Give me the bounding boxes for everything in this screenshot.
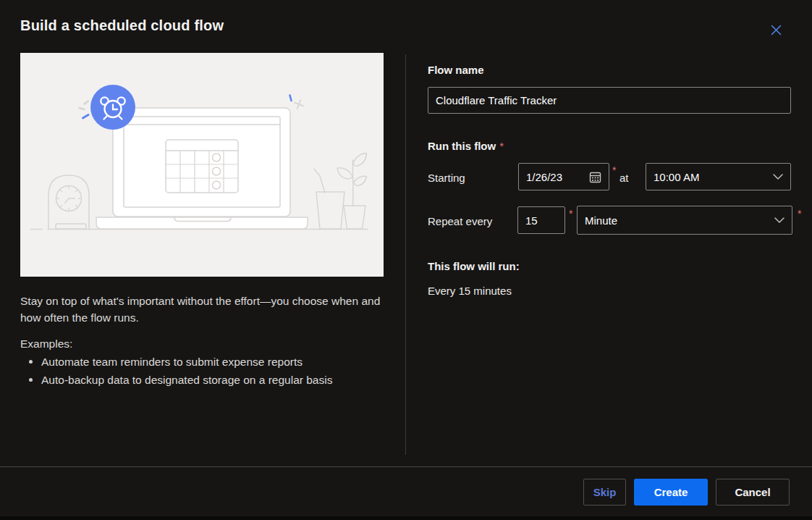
chevron-down-icon (774, 217, 784, 223)
start-time-value: 10:00 AM (646, 171, 770, 183)
bullet-icon (29, 378, 33, 382)
repeat-frequency-dropdown[interactable]: Minute (577, 206, 792, 235)
examples-label: Examples: (20, 335, 389, 353)
starting-label: Starting (428, 172, 465, 184)
vertical-divider (405, 54, 406, 455)
close-icon (771, 25, 782, 35)
at-label: at (619, 172, 629, 184)
start-date-picker[interactable]: 1/26/23 (518, 163, 609, 190)
flow-name-label: Flow name (428, 64, 484, 76)
run-this-flow-text: Run this flow (428, 140, 496, 152)
start-time-dropdown[interactable]: 10:00 AM (646, 163, 791, 190)
repeat-every-label: Repeat every (428, 215, 492, 227)
required-asterisk: * (798, 208, 801, 219)
example-item: Auto-backup data to designated storage o… (20, 371, 389, 389)
dialog-title: Build a scheduled cloud flow (20, 17, 224, 34)
plant-art (314, 154, 367, 230)
required-asterisk: * (569, 208, 572, 219)
flow-description: Stay on top of what's important without … (20, 293, 389, 326)
flow-summary-label: This flow will run: (428, 260, 520, 272)
calendar-icon[interactable] (589, 171, 601, 183)
flow-summary-value: Every 15 minutes (428, 285, 512, 297)
run-this-flow-label: Run this flow* (428, 140, 504, 152)
example-text: Auto-backup data to designated storage o… (41, 371, 332, 389)
examples-block: Examples: Automate team reminders to sub… (20, 335, 389, 389)
example-text: Automate team reminders to submit expens… (41, 353, 303, 371)
repeat-frequency-value: Minute (578, 214, 771, 227)
skip-button[interactable]: Skip (583, 479, 626, 506)
example-item: Automate team reminders to submit expens… (20, 353, 389, 371)
chevron-down-icon (773, 174, 783, 180)
footer-divider (0, 466, 812, 467)
required-asterisk: * (499, 140, 504, 152)
close-button[interactable] (766, 20, 785, 39)
cancel-button[interactable]: Cancel (716, 479, 790, 506)
laptop-art (96, 108, 308, 229)
mantel-clock-art (48, 175, 89, 229)
bullet-icon (29, 360, 33, 364)
scheduled-flow-illustration (20, 53, 384, 277)
flow-name-input[interactable] (428, 87, 791, 114)
scheduled-flow-dialog: Build a scheduled cloud flow (0, 0, 812, 516)
required-asterisk: * (612, 164, 616, 176)
illustration-art (20, 53, 384, 277)
create-button[interactable]: Create (634, 479, 708, 506)
blue-sparkle (83, 115, 89, 119)
repeat-interval-input[interactable] (517, 206, 565, 234)
page-background-edge (0, 516, 812, 520)
alarm-clock-badge (90, 85, 135, 130)
start-date-value: 1/26/23 (519, 171, 586, 183)
